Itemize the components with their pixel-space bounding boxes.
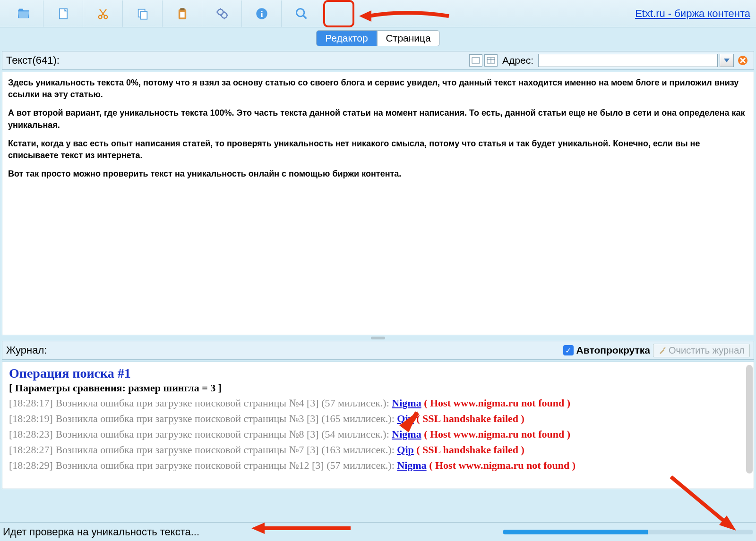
log-line: [18:28:17] Возникла ошибка при загрузке … [9,395,747,411]
clear-log-label: Очистить журнал [669,345,745,356]
svg-point-9 [221,12,227,18]
svg-text:i: i [260,9,263,19]
log-params: [ Параметры сравнения: размер шингла = 3… [9,382,747,394]
clear-log-button[interactable]: Очистить журнал [653,344,750,357]
log-engine-link[interactable]: Nigma [392,428,421,440]
log-line: [18:28:23] Возникла ошибка при загрузке … [9,426,747,442]
log-engine-link[interactable]: Qip [397,413,413,424]
copy-button[interactable] [123,0,163,27]
tab-page[interactable]: Страница [377,30,440,46]
address-input[interactable] [538,54,718,67]
editor-paragraph: Вот так просто можно проверить текст на … [8,168,748,180]
tab-editor[interactable]: Редактор [316,30,377,46]
text-count-label: Текст(641): [6,54,60,67]
header-link[interactable]: Etxt.ru - биржа контента [635,8,750,20]
new-button[interactable] [43,0,83,27]
text-editor[interactable]: Здесь уникальность текста 0%, потому что… [2,72,754,335]
svg-marker-18 [724,59,730,62]
log-engine-link[interactable]: Qip [397,444,413,456]
svg-rect-7 [180,12,184,17]
info-bar: Текст(641): Адрес: [2,51,754,70]
address-dropdown-button[interactable] [720,54,734,67]
toolbar: i Etxt.ru - биржа контента [0,0,756,27]
log-line: [18:28:19] Возникла ошибка при загрузке … [9,411,747,426]
log-engine-link[interactable]: Nigma [392,397,421,409]
address-label: Адрес: [502,55,533,66]
editor-paragraph: Здесь уникальность текста 0%, потому что… [8,77,748,101]
editor-paragraph: Кстати, когда у вас есть опыт написания … [8,138,748,161]
log-line: [18:28:29] Возникла ошибка при загрузке … [9,457,747,473]
log-label: Журнал: [6,344,47,356]
view-mode-1-button[interactable] [469,54,482,67]
log-engine-link[interactable]: Nigma [397,459,426,471]
log-line: [18:28:27] Возникла ошибка при загрузке … [9,442,747,457]
splitter-grip-icon [371,337,385,339]
svg-rect-0 [59,8,67,18]
broom-icon [658,346,667,355]
log-body[interactable]: Операция поиска #1 [ Параметры сравнения… [2,362,754,489]
autoscroll-label: Автопрокрутка [576,345,650,356]
svg-rect-14 [472,58,480,63]
log-header: Журнал: ✓ Автопрокрутка Очистить журнал [2,341,754,360]
info-button[interactable]: i [242,0,282,27]
cut-button[interactable] [83,0,123,27]
open-button[interactable] [4,0,43,27]
view-mode-2-button[interactable] [484,54,498,67]
svg-rect-4 [140,11,147,19]
address-cancel-button[interactable] [736,54,750,67]
status-bar: Идет проверка на уникальность текста... [0,522,756,541]
status-text: Идет проверка на уникальность текста... [3,526,199,538]
progress-bar [503,530,753,534]
editor-paragraph: А вот второй вариант, где уникальность т… [8,107,748,131]
splitter[interactable] [0,335,756,341]
svg-rect-6 [180,8,184,10]
tab-bar: Редактор Страница [0,27,756,49]
scrollbar[interactable] [746,365,753,473]
log-operation-title: Операция поиска #1 [9,366,747,381]
paste-button[interactable] [163,0,202,27]
search-button[interactable] [282,0,321,27]
progress-fill [503,530,648,534]
autoscroll-checkbox[interactable]: ✓ [563,345,574,355]
settings-button[interactable] [202,0,242,27]
